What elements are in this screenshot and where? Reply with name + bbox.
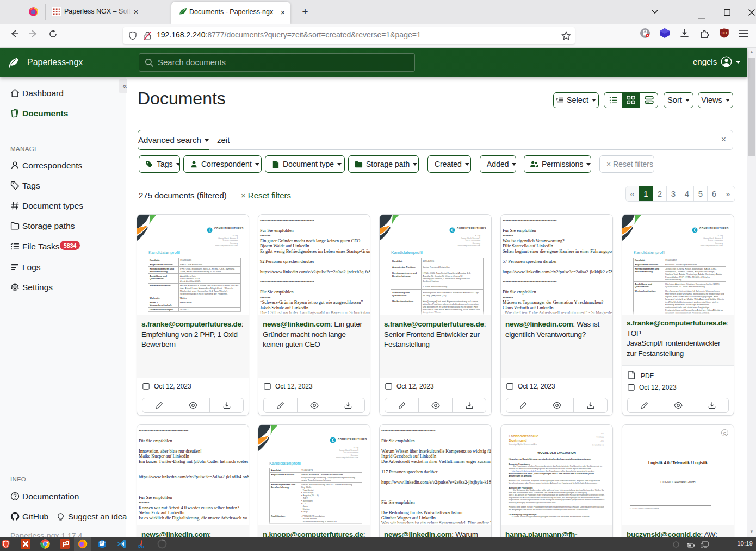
svg-text:uO: uO bbox=[722, 31, 727, 35]
